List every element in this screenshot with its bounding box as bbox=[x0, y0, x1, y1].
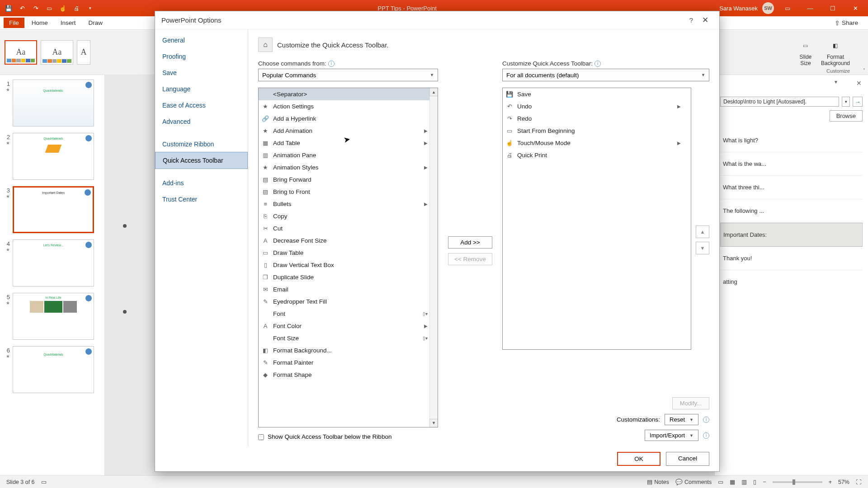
command-item[interactable]: ▭Draw Table bbox=[259, 247, 438, 259]
qat-scope-dropdown[interactable]: For all documents (default)▼ bbox=[502, 69, 709, 81]
slide-thumb-5[interactable]: In Real Life bbox=[13, 293, 94, 340]
reuse-slide-row[interactable]: atting bbox=[720, 270, 863, 293]
maximize-icon[interactable]: ☐ bbox=[824, 1, 842, 15]
notes-button[interactable]: ▤Notes bbox=[647, 479, 669, 485]
tab-file[interactable]: File bbox=[4, 18, 24, 28]
slide-thumb-3[interactable]: Important Dates bbox=[13, 186, 94, 233]
command-item[interactable]: ▥Animation Pane bbox=[259, 149, 438, 161]
commands-listbox[interactable]: ▲ ▼ <Separator>★Action Settings🔗Add a Hy… bbox=[258, 88, 438, 427]
sorter-view-icon[interactable]: ▦ bbox=[730, 479, 735, 485]
import-export-dropdown[interactable]: Import/Export▼ bbox=[645, 430, 698, 441]
reuse-slide-row[interactable]: Thank you! bbox=[720, 247, 863, 270]
command-item[interactable]: ▦Add Table▶ bbox=[259, 137, 438, 149]
reuse-slide-row[interactable]: What is the wa... bbox=[720, 152, 863, 176]
reading-view-icon[interactable]: ▥ bbox=[741, 479, 747, 485]
command-item[interactable]: ❐Duplicate Slide bbox=[259, 271, 438, 283]
checkbox-input[interactable] bbox=[258, 434, 264, 440]
command-item[interactable]: ≡Bullets▶ bbox=[259, 198, 438, 210]
command-item[interactable]: ⎘Copy bbox=[259, 210, 438, 222]
command-item[interactable]: ★Animation Styles▶ bbox=[259, 161, 438, 174]
theme-thumb-2[interactable]: Aa bbox=[41, 40, 73, 65]
command-item[interactable]: ✎Format Painter bbox=[259, 357, 438, 369]
qat-item[interactable]: ↶Undo▶ bbox=[503, 100, 691, 113]
command-item[interactable]: AFont Color▶ bbox=[259, 320, 438, 332]
nav-item-advanced[interactable]: Advanced bbox=[155, 113, 248, 130]
quick-print-icon[interactable]: 🖨 bbox=[71, 3, 81, 13]
add-button[interactable]: Add >> bbox=[448, 236, 492, 249]
path-dropdown-icon[interactable]: ▾ bbox=[842, 97, 850, 107]
info-icon[interactable]: i bbox=[594, 61, 601, 67]
avatar[interactable]: SW bbox=[762, 2, 774, 14]
browse-button[interactable]: Browse bbox=[830, 110, 863, 122]
scroll-down-icon[interactable]: ▼ bbox=[429, 419, 438, 427]
qat-item[interactable]: 💾Save bbox=[503, 88, 691, 100]
cancel-button[interactable]: Cancel bbox=[666, 452, 709, 466]
info-icon[interactable]: i bbox=[703, 417, 709, 423]
command-item[interactable]: ADecrease Font Size bbox=[259, 235, 438, 247]
slideshow-view-icon[interactable]: ▯ bbox=[753, 479, 756, 485]
move-down-button[interactable]: ▼ bbox=[696, 242, 709, 254]
command-item[interactable]: ◆Format Shape bbox=[259, 369, 438, 381]
theme-thumb-1[interactable]: Aa bbox=[5, 40, 37, 65]
show-below-ribbon-checkbox[interactable]: Show Quick Access Toolbar below the Ribb… bbox=[258, 433, 421, 441]
info-icon[interactable]: i bbox=[703, 432, 709, 439]
command-item[interactable]: <Separator> bbox=[259, 88, 438, 100]
panel-close-icon[interactable]: ✕ bbox=[856, 80, 862, 87]
share-button[interactable]: ⇪Share bbox=[829, 18, 863, 28]
nav-item-general[interactable]: General bbox=[155, 32, 248, 48]
ok-button[interactable]: OK bbox=[617, 452, 660, 466]
zoom-in-icon[interactable]: + bbox=[829, 479, 832, 485]
command-item[interactable]: ◧Format Background... bbox=[259, 344, 438, 357]
modify-button[interactable]: Modify... bbox=[672, 397, 709, 409]
command-item[interactable]: ✉Email bbox=[259, 283, 438, 296]
command-item[interactable]: ★Add Animation▶ bbox=[259, 125, 438, 137]
tab-home[interactable]: Home bbox=[26, 18, 53, 28]
minimize-icon[interactable]: — bbox=[801, 1, 819, 15]
path-go-icon[interactable]: → bbox=[853, 97, 863, 107]
command-item[interactable]: ▧Bring Forward bbox=[259, 174, 438, 186]
scrollbar-track[interactable] bbox=[429, 96, 438, 419]
zoom-out-icon[interactable]: − bbox=[763, 479, 766, 485]
slide-thumb-6[interactable]: Quadrilaterals bbox=[13, 346, 94, 393]
nav-item-trust-center[interactable]: Trust Center bbox=[155, 191, 248, 207]
info-icon[interactable]: i bbox=[328, 61, 335, 67]
qat-customize-icon[interactable]: ▾ bbox=[85, 3, 95, 13]
nav-item-customize-ribbon[interactable]: Customize Ribbon bbox=[155, 136, 248, 152]
normal-view-icon[interactable]: ▭ bbox=[718, 479, 723, 485]
reuse-slide-row[interactable]: Important Dates: bbox=[720, 223, 863, 247]
slide-thumb-2[interactable]: Quadrilaterals bbox=[13, 133, 94, 180]
qat-item[interactable]: 🖨Quick Print bbox=[503, 149, 691, 161]
nav-item-language[interactable]: Language bbox=[155, 81, 248, 97]
reuse-slide-row[interactable]: The following ... bbox=[720, 199, 863, 223]
help-icon[interactable]: ? bbox=[685, 14, 698, 26]
slide-thumb-1[interactable]: Quadrilaterals: bbox=[13, 80, 94, 127]
move-up-button[interactable]: ▲ bbox=[696, 225, 709, 238]
save-icon[interactable]: 💾 bbox=[4, 3, 14, 13]
theme-thumb-3[interactable]: A bbox=[77, 40, 90, 65]
command-item[interactable]: ✂Cut bbox=[259, 222, 438, 235]
command-item[interactable]: ▨Bring to Front bbox=[259, 186, 438, 198]
slide-size-button[interactable]: ▭ Slide Size bbox=[798, 38, 813, 66]
comments-button[interactable]: 💬Comments bbox=[675, 479, 712, 485]
command-item[interactable]: Font Size▯▾ bbox=[259, 332, 438, 344]
command-item[interactable]: ★Action Settings bbox=[259, 100, 438, 113]
file-path-input[interactable]: Desktop\Intro to Light [Autosaved]. bbox=[720, 97, 839, 107]
reuse-slide-row[interactable]: What is light? bbox=[720, 129, 863, 152]
qat-item[interactable]: ☝Touch/Mouse Mode▶ bbox=[503, 137, 691, 149]
nav-item-save[interactable]: Save bbox=[155, 65, 248, 81]
redo-icon[interactable]: ↷ bbox=[31, 3, 41, 13]
reuse-slide-row[interactable]: What three thi... bbox=[720, 176, 863, 199]
command-item[interactable]: ▯Draw Vertical Text Box bbox=[259, 259, 438, 271]
fit-window-icon[interactable]: ⛶ bbox=[856, 479, 862, 485]
collapse-ribbon-icon[interactable]: ˄ bbox=[863, 68, 865, 73]
ribbon-display-icon[interactable]: ▭ bbox=[778, 1, 797, 15]
nav-item-proofing[interactable]: Proofing bbox=[155, 48, 248, 65]
tab-draw[interactable]: Draw bbox=[83, 18, 108, 28]
choose-commands-dropdown[interactable]: Popular Commands▼ bbox=[258, 69, 438, 81]
nav-item-add-ins[interactable]: Add-ins bbox=[155, 175, 248, 191]
nav-item-quick-access-toolbar[interactable]: Quick Access Toolbar bbox=[155, 152, 248, 169]
qat-listbox[interactable]: 💾Save↶Undo▶↷Redo▭Start From Beginning☝To… bbox=[502, 88, 691, 350]
start-show-icon[interactable]: ▭ bbox=[44, 3, 54, 13]
slide-thumb-4[interactable]: Let's Review... bbox=[13, 239, 94, 286]
command-item[interactable]: 🔗Add a Hyperlink bbox=[259, 113, 438, 125]
